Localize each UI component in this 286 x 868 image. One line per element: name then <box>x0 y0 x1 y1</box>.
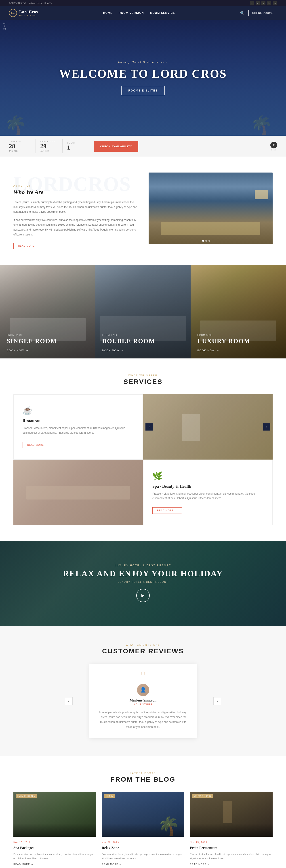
nav-room-version[interactable]: ROOM VERSION <box>119 11 144 14</box>
hero-next-indicator: 02 <box>3 27 6 30</box>
luxury-room-book-button[interactable]: BOOK NOW <box>197 349 279 352</box>
blog-post-1-read-more[interactable]: Read More → <box>13 863 33 866</box>
single-room-info: FROM $199 SINGLE ROOM BOOK NOW <box>0 327 95 359</box>
nav-home[interactable]: HOME <box>103 11 113 14</box>
search-icon[interactable]: 🔍 <box>240 11 245 15</box>
luxury-room-info: FROM $399 LUXURY ROOM BOOK NOW <box>191 327 286 359</box>
top-info-2: A free classic: 12 to 19 <box>29 2 52 4</box>
twitter-icon[interactable]: t <box>256 1 260 5</box>
who-read-more-button[interactable]: Read More → <box>13 243 43 249</box>
reviews-section: WHAT CLIENTS SAY CUSTOMER REVIEWS ‹ " 👤 … <box>0 626 286 756</box>
blog-post-1-content: Nov 25, 2019 Spa Packages Praesent vitae… <box>13 837 96 868</box>
single-room-book-button[interactable]: BOOK NOW <box>7 349 89 352</box>
nav-room-service[interactable]: ROOM SERVICE <box>150 11 175 14</box>
spa-image-card <box>13 460 143 525</box>
spa-title: Spa - Beauty & Health <box>152 484 263 489</box>
blog-heading: FROM THE BLOG <box>13 776 273 783</box>
restaurant-title: Restaurant <box>23 418 134 423</box>
restaurant-image-card: ‹ › <box>143 394 273 460</box>
hero-cta-button[interactable]: ROOMS E SUITES <box>121 86 165 95</box>
blog-post-2-read-more[interactable]: Read More → <box>102 863 122 866</box>
blog-post-2-date: Nov 20, 2019 <box>102 841 184 844</box>
hero-subtitle: Luxury Hotel & Best Resort <box>118 60 168 64</box>
avatar-icon: 👤 <box>140 687 146 693</box>
who-right <box>149 173 273 248</box>
blog-post-1-image: LUXURY HOTEL <box>13 792 96 837</box>
blog-post-2-content: Nov 20, 2019 Relax Zone Praesent vitae l… <box>102 837 184 868</box>
checkout-field: CHECK OUT 29 JAN 2019 <box>36 139 63 153</box>
blog-post-1-title: Spa Packages <box>13 846 96 850</box>
blog-section: LATEST POSTS FROM THE BLOG LUXURY HOTEL … <box>0 756 286 868</box>
services-section: WHAT WE OFFER SERVICES ☕ Restaurant Prae… <box>0 359 286 541</box>
quote-mark-icon: " <box>98 673 188 679</box>
service-next-button[interactable]: › <box>263 424 270 431</box>
blog-grid: LUXURY HOTEL Nov 25, 2019 Spa Packages P… <box>13 792 273 868</box>
holiday-banner: LUXURY HOTEL & BEST RESORT RELAX AND ENJ… <box>0 541 286 626</box>
logo-icon: LC <box>9 9 17 17</box>
restaurant-service-card: ☕ Restaurant Praesent vitae lorem, bland… <box>13 394 143 460</box>
review-card: " 👤 Marlene Simpson Adventure Lorem Ipsu… <box>89 664 197 738</box>
blog-post-2-title: Relax Zone <box>102 846 184 850</box>
checkout-date: JAN 2019 <box>40 150 58 152</box>
navbar: LC LordCros Hotel & Resort HOME ROOM VER… <box>0 6 286 20</box>
who-nav-dots <box>144 240 268 242</box>
check-rooms-button[interactable]: CHECK ROOMS <box>249 10 277 16</box>
nav-links: HOME ROOM VERSION ROOM SERVICE <box>103 11 175 14</box>
logo-name: LordCros <box>19 9 38 14</box>
blog-eyebrow: LATEST POSTS <box>13 772 273 774</box>
top-bar-right: f t g in yt <box>250 1 277 5</box>
hero-section: 🌴 🌴 01 ◀ 02 Luxury Hotel & Best Resort W… <box>0 20 286 136</box>
youtube-icon[interactable]: yt <box>273 1 277 5</box>
scroll-down-button[interactable]: ▼ <box>270 142 277 148</box>
check-availability-button[interactable]: CHECK AVAILABILITY <box>94 141 138 152</box>
spa-read-more-button[interactable]: Read More → <box>152 507 182 514</box>
nav-right: 🔍 CHECK ROOMS <box>240 10 277 16</box>
checkin-field: CHECK IN 28 JAN 2019 <box>9 139 36 153</box>
booking-bar: CHECK IN 28 JAN 2019 CHECK OUT 29 JAN 20… <box>0 136 286 157</box>
reviewer-role: Adventure <box>98 703 188 706</box>
blog-post-3[interactable]: LUXURY HOTEL Nov 15, 2019 Proin Fermentu… <box>190 792 273 868</box>
double-room-card[interactable]: FROM $299 DOUBLE ROOM BOOK NOW <box>95 265 191 359</box>
palm-left-icon: 🌴 <box>4 115 27 136</box>
guest-field: GUEST 1 <box>63 141 89 152</box>
services-eyebrow: WHAT WE OFFER <box>13 374 273 377</box>
double-room-book-button[interactable]: BOOK NOW <box>102 349 184 352</box>
double-room-price-prefix: FROM $299 <box>102 334 184 336</box>
linkedin-icon[interactable]: in <box>267 1 271 5</box>
checkout-day: 29 <box>40 143 58 150</box>
double-room-name: DOUBLE ROOM <box>102 338 184 345</box>
facebook-icon[interactable]: f <box>250 1 254 5</box>
luxury-room-price-prefix: FROM $399 <box>197 334 279 336</box>
blog-post-3-category: LUXURY HOTEL <box>192 794 213 798</box>
palm-right-icon: 🌴 <box>250 115 273 136</box>
service-prev-button[interactable]: ‹ <box>145 424 152 431</box>
blog-post-2-image: HOTEL 🌴 <box>102 792 184 837</box>
google-plus-icon[interactable]: g <box>261 1 265 5</box>
who-left: LORDCROS ABOUT US Who We Are Lorem Ipsum… <box>13 173 137 249</box>
holiday-play-button[interactable]: ▶ <box>136 589 150 602</box>
holiday-title: RELAX AND ENJOY YOUR HOLIDAY <box>63 569 223 578</box>
reviews-eyebrow: WHAT CLIENTS SAY <box>13 644 273 646</box>
guest-label: GUEST <box>67 142 85 144</box>
review-next-button[interactable]: › <box>213 697 221 705</box>
single-room-price-prefix: FROM $199 <box>7 334 89 336</box>
blog-post-3-read-more[interactable]: Read More → <box>190 863 210 866</box>
nav-dot-3[interactable] <box>208 240 210 242</box>
luxury-room-card[interactable]: FROM $399 LUXURY ROOM BOOK NOW <box>191 265 286 359</box>
logo[interactable]: LC LordCros Hotel & Resort <box>9 9 38 17</box>
nav-dot-1[interactable] <box>202 240 204 242</box>
review-prev-button[interactable]: ‹ <box>65 697 73 705</box>
blog-post-1[interactable]: LUXURY HOTEL Nov 25, 2019 Spa Packages P… <box>13 792 96 868</box>
top-info-1: LOREM IPSUM <box>9 2 26 4</box>
review-text: Lorem Ipsum is simply dummy text of the … <box>98 710 188 730</box>
restaurant-read-more-button[interactable]: Read More → <box>23 442 52 448</box>
services-grid-wrapper: ☕ Restaurant Praesent vitae lorem, bland… <box>13 394 273 525</box>
checkin-label: CHECK IN <box>9 141 31 143</box>
guest-count: 1 <box>67 144 85 151</box>
restaurant-text: Praesent vitae lorem, blandit est caper … <box>23 426 134 435</box>
blog-post-2-category: HOTEL <box>104 794 115 798</box>
nav-dot-2[interactable] <box>205 240 207 242</box>
blog-post-2[interactable]: HOTEL 🌴 Nov 20, 2019 Relax Zone Praesent… <box>102 792 184 868</box>
single-room-card[interactable]: FROM $199 SINGLE ROOM BOOK NOW <box>0 265 95 359</box>
blog-post-3-title: Proin Fermentum <box>190 846 273 850</box>
